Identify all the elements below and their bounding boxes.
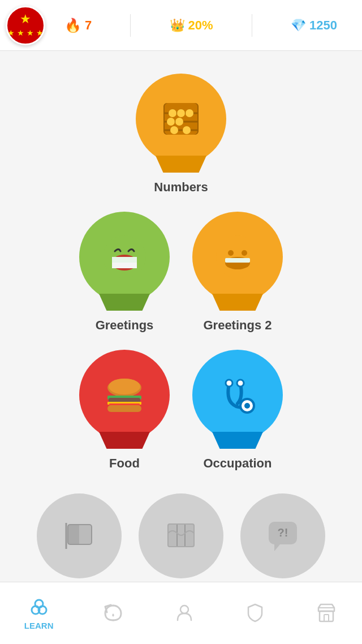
svg-point-45 (35, 600, 43, 608)
numbers-row: Numbers (0, 74, 362, 195)
nation-node[interactable] (37, 493, 122, 578)
nav-shop[interactable] (306, 596, 347, 630)
food-label: Food (109, 456, 140, 471)
svg-point-20 (242, 250, 247, 256)
svg-rect-27 (107, 405, 141, 412)
svg-rect-48 (324, 615, 329, 621)
header-stats: 🔥 7 👑 20% 💎 1250 (45, 14, 356, 37)
greetings2-label: Greetings 2 (203, 318, 272, 333)
svg-point-31 (244, 403, 250, 409)
main-content: Numbers Greetings (0, 51, 362, 619)
food-icon (99, 370, 150, 420)
nation-icon (59, 516, 99, 556)
divider-2 (252, 14, 252, 37)
food-ribbon (99, 432, 150, 449)
greetings2-node[interactable] (192, 212, 283, 302)
flag-icon[interactable]: ★★ ★ ★ ★ (6, 6, 45, 45)
greetings-node-wrapper: Greetings (79, 212, 170, 333)
nav-learn[interactable]: LEARN (15, 591, 63, 635)
greetings-row: Greetings Greetings 2 (0, 212, 362, 333)
svg-point-5 (169, 109, 176, 117)
location-icon (161, 516, 201, 556)
practice-icon (102, 601, 124, 624)
svg-point-6 (177, 109, 185, 117)
food-occupation-row: Food Occupation (0, 350, 362, 471)
streak-stat: 🔥 7 (64, 18, 92, 33)
nav-shield[interactable] (235, 596, 275, 630)
svg-point-9 (175, 118, 183, 126)
crown-icon: 👑 (170, 18, 185, 33)
occupation-node-wrapper: Occupation (192, 350, 283, 471)
svg-rect-18 (225, 258, 250, 263)
svg-rect-14 (112, 257, 137, 263)
fire-icon: 🔥 (64, 18, 81, 33)
svg-point-11 (183, 126, 191, 134)
svg-marker-41 (274, 544, 280, 551)
numbers-node-wrapper: Numbers (136, 74, 226, 195)
numbers-label: Numbers (154, 180, 208, 195)
occupation-node[interactable] (192, 350, 283, 440)
gem-icon: 💎 (291, 18, 306, 33)
greetings-ribbon (99, 294, 150, 311)
percent-stat: 👑 20% (170, 18, 213, 33)
nav-practice[interactable] (93, 596, 133, 630)
profile-icon (173, 601, 196, 624)
svg-point-29 (237, 380, 244, 387)
bottom-nav: LEARN (0, 582, 362, 644)
food-node[interactable] (79, 350, 170, 440)
occupation-icon (212, 370, 263, 420)
food-node-wrapper: Food (79, 350, 170, 471)
shield-icon (244, 601, 266, 624)
greetings2-node-wrapper: Greetings 2 (192, 212, 283, 333)
occupation-label: Occupation (203, 456, 272, 471)
nav-profile[interactable] (164, 596, 205, 630)
greetings-label: Greetings (96, 318, 154, 333)
greetings2-icon (212, 231, 263, 282)
numbers-ribbon (156, 156, 206, 173)
svg-text:?!: ?! (278, 526, 288, 539)
gems-stat: 💎 1250 (291, 18, 337, 33)
nav-learn-label: LEARN (24, 621, 54, 630)
greetings2-ribbon (212, 294, 263, 311)
phrases-icon: ?! (263, 516, 303, 556)
svg-point-28 (226, 380, 232, 387)
svg-point-8 (167, 118, 175, 126)
phrases-node[interactable]: ?! (240, 493, 325, 578)
numbers-icon (156, 93, 206, 144)
svg-rect-33 (68, 525, 79, 544)
greetings-icon (99, 231, 150, 282)
svg-rect-15 (112, 263, 137, 268)
svg-point-22 (109, 379, 140, 394)
svg-rect-47 (320, 611, 333, 621)
svg-point-10 (170, 126, 178, 134)
header: ★★ ★ ★ ★ 🔥 7 👑 20% 💎 1250 (0, 0, 362, 51)
numbers-node[interactable] (136, 74, 226, 164)
occupation-ribbon (212, 432, 263, 449)
svg-point-19 (228, 250, 234, 256)
location-node[interactable] (139, 493, 223, 578)
greetings-node[interactable] (79, 212, 170, 302)
shop-icon (315, 601, 338, 624)
svg-point-46 (180, 606, 188, 613)
divider-1 (130, 14, 131, 37)
learn-icon (28, 596, 50, 619)
svg-point-7 (186, 109, 193, 117)
